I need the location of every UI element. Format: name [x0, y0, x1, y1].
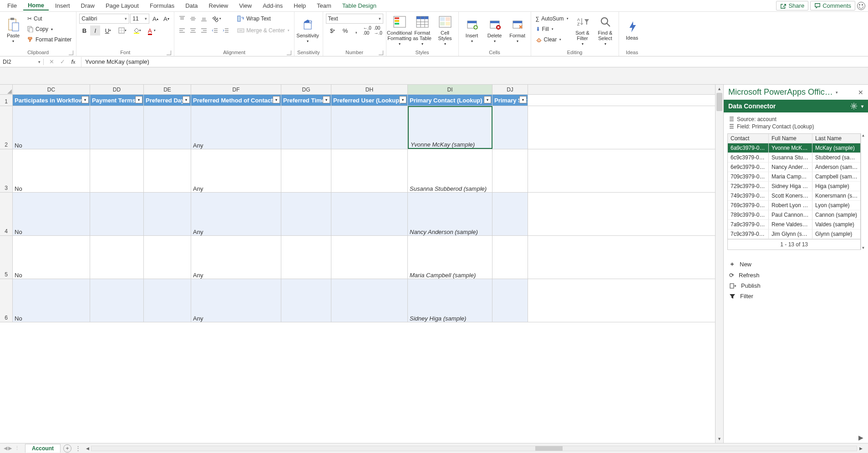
cell[interactable]: [331, 279, 408, 322]
sheet-tab-account[interactable]: Account: [25, 444, 61, 453]
dialog-launcher-icon[interactable]: [167, 51, 171, 55]
menu-team[interactable]: Team: [312, 1, 336, 10]
format-as-table-button[interactable]: Format as Table▾: [412, 14, 433, 46]
filter-button[interactable]: ▾: [399, 96, 406, 103]
row-header[interactable]: 4: [0, 193, 13, 235]
bold-button[interactable]: B: [79, 25, 89, 36]
menu-file[interactable]: File: [3, 1, 21, 10]
new-button[interactable]: ＋New: [729, 258, 863, 270]
menu-draw[interactable]: Draw: [76, 1, 99, 10]
cell[interactable]: No: [13, 193, 90, 235]
menu-view[interactable]: View: [234, 1, 256, 10]
share-button[interactable]: Share: [776, 1, 808, 10]
number-format-select[interactable]: Text▾: [326, 14, 383, 24]
cell-primary-contact[interactable]: Susanna Stubberod (sample): [408, 149, 492, 192]
lookup-row[interactable]: 769c3979-02a… Robert Lyon (s… Lyon (samp…: [728, 201, 860, 210]
dialog-launcher-icon[interactable]: [287, 51, 291, 55]
cell[interactable]: [144, 279, 191, 322]
sheet-prev-button[interactable]: ◀: [4, 445, 7, 451]
menu-insert[interactable]: Insert: [51, 1, 75, 10]
cell[interactable]: [90, 149, 144, 192]
cell[interactable]: [492, 106, 528, 149]
cell[interactable]: [144, 106, 191, 149]
dialog-launcher-icon[interactable]: [69, 51, 73, 55]
accounting-format-button[interactable]: $▾: [326, 25, 340, 36]
align-center-button[interactable]: [188, 25, 198, 36]
name-box[interactable]: DI2▾: [0, 59, 44, 65]
lookup-row[interactable]: 7a9c3979-02a… Rene Valdes (s… Valdes (sa…: [728, 220, 860, 229]
feedback-icon[interactable]: [857, 2, 865, 10]
filter-button[interactable]: ▾: [81, 96, 89, 103]
italic-button[interactable]: I: [90, 25, 100, 36]
lookup-row[interactable]: 709c3979-02a… Maria Campbe… Campbell (sa…: [728, 172, 860, 182]
publish-button[interactable]: Publish: [729, 280, 863, 291]
cell[interactable]: [331, 193, 408, 235]
col-header-dj[interactable]: DJ: [492, 85, 528, 94]
fill-button[interactable]: ⬇Fill▾: [534, 24, 570, 34]
scroll-up-button[interactable]: ▲: [716, 85, 723, 93]
filter-button[interactable]: ▾: [273, 96, 280, 103]
scroll-down-button[interactable]: ▼: [716, 435, 723, 443]
cell-styles-button[interactable]: Cell Styles▾: [435, 14, 456, 46]
menu-help[interactable]: Help: [289, 1, 310, 10]
taskpane-close-button[interactable]: ✕: [858, 89, 863, 96]
cancel-formula-button[interactable]: ✕: [46, 57, 56, 67]
cell[interactable]: [90, 279, 144, 322]
sort-filter-button[interactable]: AZSort & Filter▾: [572, 14, 593, 46]
row-header[interactable]: 3: [0, 149, 13, 192]
col-header-df[interactable]: DF: [191, 85, 281, 94]
scroll-left-button[interactable]: ◀: [84, 446, 91, 451]
row-header-1[interactable]: 1: [0, 95, 13, 106]
wrap-text-button[interactable]: Wrap Text: [235, 14, 291, 24]
decrease-decimal-button[interactable]: .00→.0: [373, 25, 383, 36]
orientation-button[interactable]: ab▾: [210, 14, 223, 24]
dialog-launcher-icon[interactable]: [379, 51, 383, 55]
vertical-scrollbar[interactable]: ▲ ▼: [715, 85, 723, 443]
filter-button[interactable]: ▾: [519, 96, 527, 103]
find-select-button[interactable]: Find & Select▾: [595, 14, 616, 46]
taskpane-nav-forward[interactable]: ▶: [724, 432, 868, 443]
lookup-row[interactable]: 6e9c3979-02a… Nancy Anders… Anderson (sa…: [728, 163, 860, 172]
col-header-de[interactable]: DE: [144, 85, 191, 94]
menu-addins[interactable]: Add-ins: [258, 1, 287, 10]
cell-primary-contact[interactable]: Sidney Higa (sample): [408, 279, 492, 322]
comma-button[interactable]: ,: [351, 25, 361, 36]
lookup-row[interactable]: 7c9c3979-02a… Jim Glynn (sa… Glynn (samp…: [728, 229, 860, 239]
format-painter-button[interactable]: Format Painter: [25, 35, 73, 45]
cell-primary-contact[interactable]: Yvonne McKay (sample): [408, 106, 492, 149]
align-right-button[interactable]: [199, 25, 209, 36]
delete-cells-button[interactable]: Delete▾: [484, 14, 505, 46]
cell[interactable]: [281, 149, 331, 192]
font-size-select[interactable]: 11▾: [130, 14, 149, 24]
lookup-row[interactable]: 749c3979-02a… Scott Konersm… Konersmann …: [728, 191, 860, 201]
merge-center-button[interactable]: Merge & Center▾: [235, 25, 291, 36]
col-header-di[interactable]: DI: [408, 85, 492, 94]
enter-formula-button[interactable]: ✓: [57, 57, 67, 67]
col-header-dd[interactable]: DD: [90, 85, 144, 94]
lookup-scrollbar[interactable]: ▲▼: [861, 133, 865, 250]
cell[interactable]: No: [13, 236, 90, 279]
cell[interactable]: [281, 106, 331, 149]
col-fullname[interactable]: Full Name: [769, 134, 812, 143]
underline-button[interactable]: U▾: [101, 25, 115, 36]
cell[interactable]: [492, 279, 528, 322]
clear-button[interactable]: Clear▾: [534, 35, 570, 45]
menu-table-design[interactable]: Table Design: [338, 1, 381, 10]
menu-formulas[interactable]: Formulas: [145, 1, 179, 10]
copy-button[interactable]: Copy▾: [25, 24, 73, 34]
cell[interactable]: [331, 149, 408, 192]
row-header[interactable]: 2: [0, 106, 13, 149]
cell[interactable]: Any: [191, 106, 281, 149]
filter-button[interactable]: ▾: [135, 96, 142, 103]
filter-button[interactable]: ▾: [183, 96, 190, 103]
cell[interactable]: Any: [191, 279, 281, 322]
row-header[interactable]: 6: [0, 279, 13, 322]
cell[interactable]: Any: [191, 236, 281, 279]
format-cells-button[interactable]: Format▾: [507, 14, 528, 46]
cut-button[interactable]: ✂Cut: [25, 14, 73, 24]
cell[interactable]: [90, 193, 144, 235]
cell[interactable]: No: [13, 279, 90, 322]
cell[interactable]: [492, 149, 528, 192]
font-name-select[interactable]: Calibri▾: [79, 14, 129, 24]
lookup-row[interactable]: 6c9c3979-02a… Susanna Stub… Stubberod (s…: [728, 153, 860, 163]
